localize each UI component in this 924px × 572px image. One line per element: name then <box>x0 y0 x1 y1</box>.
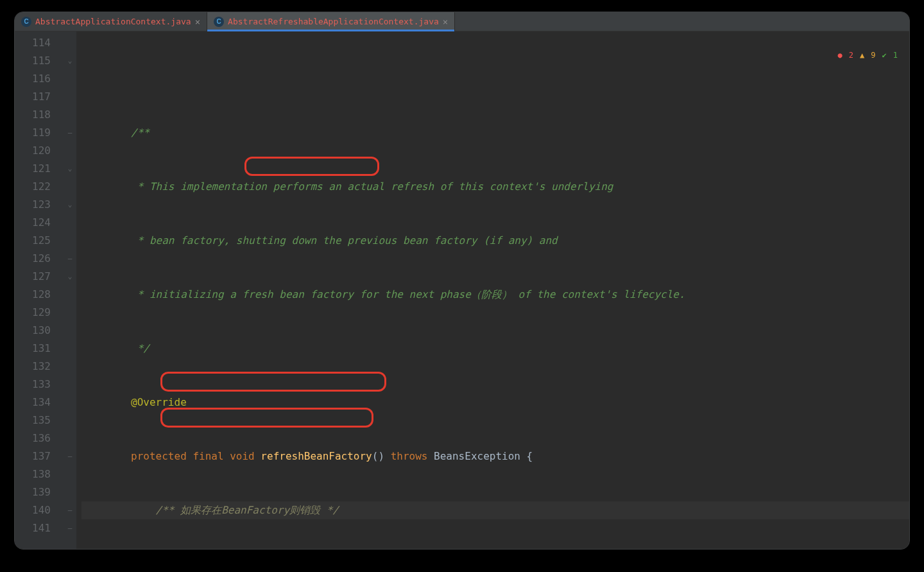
highlight-customizebeanfactory <box>160 372 386 392</box>
error-count: 2 <box>849 51 853 60</box>
fold-icon[interactable]: — <box>64 501 76 519</box>
line-number: 130 <box>15 322 51 340</box>
line-number: 120 <box>15 142 51 160</box>
tab-label: AbstractApplicationContext.java <box>35 17 191 26</box>
line-number: 129 <box>15 304 51 322</box>
tab-bar: C AbstractApplicationContext.java × C Ab… <box>15 12 909 31</box>
ide-window: C AbstractApplicationContext.java × C Ab… <box>14 12 910 550</box>
fold-icon[interactable]: — <box>64 447 76 465</box>
java-class-icon: C <box>214 17 224 27</box>
fold-icon[interactable]: — <box>64 250 76 268</box>
fold-icon[interactable]: ⌄ <box>64 268 76 286</box>
line-number: 133 <box>15 376 51 394</box>
line-number: 119 <box>15 124 51 142</box>
code-line[interactable]: * bean factory, shutting down the previo… <box>81 232 909 250</box>
line-number: 138 <box>15 465 51 483</box>
line-number: 117 <box>15 88 51 106</box>
line-number: 137 <box>15 447 51 465</box>
editor[interactable]: 114 115 116 117 118 119 120 121 122 123 … <box>15 31 909 549</box>
code-line[interactable]: * initializing a fresh bean factory for … <box>81 286 909 304</box>
code-line[interactable]: */ <box>81 340 909 358</box>
line-number: 116 <box>15 70 51 88</box>
tab-abstract-application-context[interactable]: C AbstractApplicationContext.java × <box>15 12 207 31</box>
line-number: 132 <box>15 358 51 376</box>
line-number: 114 <box>15 34 51 52</box>
line-number: 135 <box>15 412 51 429</box>
close-icon[interactable]: × <box>443 17 448 27</box>
check-icon: ✔ <box>882 51 887 60</box>
code-line[interactable] <box>81 70 909 88</box>
line-number: 125 <box>15 232 51 250</box>
tab-label: AbstractRefreshableApplicationContext.ja… <box>228 17 439 26</box>
line-number: 128 <box>15 286 51 304</box>
gutter: 114 115 116 117 118 119 120 121 122 123 … <box>15 31 64 549</box>
line-number: 122 <box>15 178 51 196</box>
java-class-icon: C <box>21 17 31 27</box>
code-line-current[interactable]: /** 如果存在BeanFactory则销毁 */ <box>81 501 909 519</box>
line-number: 123 <box>15 196 51 214</box>
fold-icon[interactable] <box>64 34 76 52</box>
close-icon[interactable]: × <box>195 17 200 27</box>
code-line[interactable]: @Override <box>81 394 909 412</box>
line-number: 124 <box>15 214 51 232</box>
fold-column: ⌄ — ⌄ ⌄ — ⌄ — — — <box>64 31 76 549</box>
line-number: 126 <box>15 250 51 268</box>
fold-icon[interactable]: ⌄ <box>64 160 76 178</box>
line-number: 118 <box>15 106 51 124</box>
warning-count: 9 <box>871 51 875 60</box>
tab-abstract-refreshable-application-context[interactable]: C AbstractRefreshableApplicationContext.… <box>207 12 455 31</box>
line-number: 115 <box>15 52 51 70</box>
ok-count: 1 <box>893 51 898 60</box>
line-number: 140 <box>15 501 51 519</box>
code-line[interactable]: /** <box>81 124 909 142</box>
line-number: 131 <box>15 340 51 358</box>
code-area[interactable]: /** * This implementation performs an ac… <box>76 31 909 549</box>
fold-icon[interactable]: — <box>64 519 76 537</box>
line-number: 127 <box>15 268 51 286</box>
line-number: 139 <box>15 483 51 501</box>
fold-icon[interactable]: — <box>64 124 76 142</box>
line-number: 141 <box>15 519 51 537</box>
highlight-refreshbeanfactory <box>244 157 379 176</box>
warning-icon: ▲ <box>860 51 864 60</box>
error-icon: ● <box>838 51 843 60</box>
line-number: 136 <box>15 429 51 447</box>
fold-icon[interactable]: ⌄ <box>64 196 76 214</box>
fold-icon[interactable]: ⌄ <box>64 52 76 70</box>
problems-indicator[interactable]: ●2 ▲9 ✔1 <box>838 51 898 60</box>
line-number: 134 <box>15 394 51 412</box>
code-line[interactable]: * This implementation performs an actual… <box>81 178 909 196</box>
code-line[interactable]: protected final void refreshBeanFactory(… <box>81 447 909 465</box>
line-number: 121 <box>15 160 51 178</box>
